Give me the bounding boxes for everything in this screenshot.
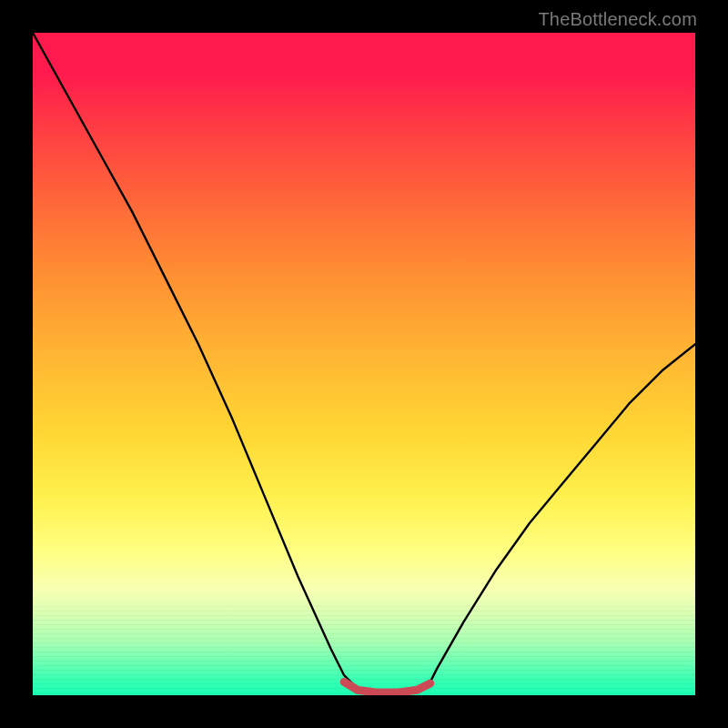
black-curve [33,33,695,693]
watermark-text: TheBottleneck.com [538,9,697,30]
chart-frame: TheBottleneck.com [0,0,728,728]
red-baseline [344,682,430,693]
plot-area [33,33,695,695]
curve-layer [33,33,695,695]
